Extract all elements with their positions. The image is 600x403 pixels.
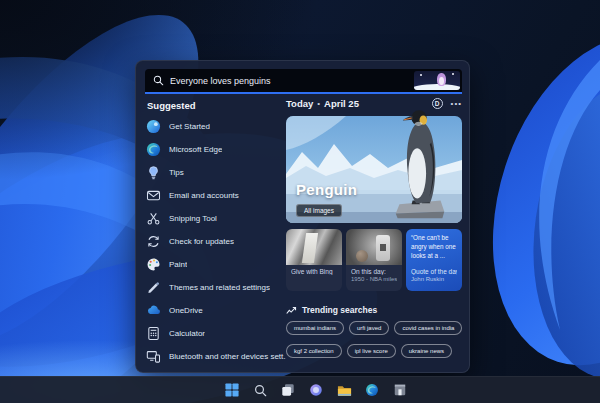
trending-chip[interactable]: covid cases in india (394, 321, 462, 335)
today-date: April 25 (324, 98, 359, 109)
edge-icon (146, 142, 161, 157)
trending-chip[interactable]: ukraine news (401, 344, 452, 358)
on-this-day-image (346, 229, 402, 265)
get-started-icon (146, 119, 161, 134)
suggested-item-get-started[interactable]: Get Started (146, 115, 286, 138)
trending-chip[interactable]: mumbai indians (286, 321, 344, 335)
suggested-item-bluetooth-devices[interactable]: Bluetooth and other devices sett... (146, 345, 286, 368)
suggested-item-tips[interactable]: Tips (146, 161, 286, 184)
hero-title: Penguin (296, 181, 357, 198)
task-view-icon[interactable] (280, 382, 297, 399)
store-icon[interactable] (392, 382, 409, 399)
suggested-item-email-accounts[interactable]: Email and accounts (146, 184, 286, 207)
suggested-item-onedrive[interactable]: OneDrive (146, 299, 286, 322)
card-title: Quote of the day: (411, 268, 457, 275)
paint-palette-icon (146, 257, 161, 272)
trending-title: Trending searches (302, 305, 377, 315)
card-title: On this day: (351, 268, 397, 275)
trending-chip[interactable]: ipl live score (347, 344, 396, 358)
suggested-list: Get Started Microsoft Edge Tips Email an… (146, 115, 286, 368)
suggested-item-label: Microsoft Edge (169, 145, 222, 154)
dot-separator: • (317, 99, 320, 108)
taskbar-search-icon[interactable] (252, 382, 269, 399)
suggested-item-label: Check for updates (169, 237, 234, 246)
suggested-item-label: Bluetooth and other devices sett... (169, 352, 286, 361)
today-label[interactable]: Today (286, 98, 313, 109)
suggested-item-label: Snipping Tool (169, 214, 217, 223)
onedrive-cloud-icon (146, 303, 161, 318)
windows11-desktop: Suggested Get Started Microsoft Edge Tip… (0, 0, 600, 403)
trending-chip[interactable]: kgf 2 collection (286, 344, 342, 358)
hero-card-penguin[interactable]: Penguin All images (286, 116, 462, 223)
search-box[interactable] (145, 69, 462, 94)
search-icon (153, 75, 164, 86)
all-images-button[interactable]: All images (296, 204, 342, 217)
quote-text: “One can't be angry when one looks at a … (411, 233, 457, 260)
card-subtitle: 1950 - NBA miles... (351, 276, 397, 282)
card-subtitle: John Ruskin (411, 276, 457, 282)
calculator-icon (146, 326, 161, 341)
suggested-item-label: Email and accounts (169, 191, 239, 200)
trending-chip-row-2: kgf 2 collection ipl live score ukraine … (286, 344, 452, 358)
trending-header: Trending searches (286, 305, 377, 315)
suggested-item-paint[interactable]: Paint (146, 253, 286, 276)
suggested-item-check-updates[interactable]: Check for updates (146, 230, 286, 253)
card-on-this-day[interactable]: On this day: 1950 - NBA miles... (346, 229, 402, 291)
penguin-image (392, 103, 448, 225)
suggested-item-label: Tips (169, 168, 184, 177)
give-with-bing-image (286, 229, 342, 265)
trending-chip[interactable]: urfi javed (349, 321, 389, 335)
suggested-item-label: Get Started (169, 122, 210, 131)
taskbar-edge-icon[interactable] (364, 382, 381, 399)
start-button[interactable] (224, 382, 241, 399)
file-explorer-icon[interactable] (336, 382, 353, 399)
card-caption: Give with Bing (291, 268, 337, 275)
suggested-item-themes[interactable]: Themes and related settings (146, 276, 286, 299)
taskbar (0, 376, 600, 403)
more-options-icon[interactable]: ••• (451, 100, 462, 108)
quote-text-area: “One can't be angry when one looks at a … (406, 229, 462, 265)
card-give-with-bing[interactable]: Give with Bing (286, 229, 342, 291)
card-quote-of-day[interactable]: “One can't be angry when one looks at a … (406, 229, 462, 291)
trending-icon (286, 306, 297, 315)
snipping-scissors-icon (146, 211, 161, 226)
trending-chip-row-1: mumbai indians urfi javed covid cases in… (286, 321, 462, 335)
suggested-item-label: Themes and related settings (169, 283, 270, 292)
suggested-item-label: Calculator (169, 329, 205, 338)
widgets-icon[interactable] (308, 382, 325, 399)
themes-pencil-icon (146, 280, 161, 295)
tips-bulb-icon (146, 165, 161, 180)
update-sync-icon (146, 234, 161, 249)
penguin-illustration (414, 71, 460, 90)
suggested-item-calculator[interactable]: Calculator (146, 322, 286, 345)
suggested-item-microsoft-edge[interactable]: Microsoft Edge (146, 138, 286, 161)
suggested-item-label: Paint (169, 260, 187, 269)
email-icon (146, 188, 161, 203)
devices-icon (146, 349, 161, 364)
search-flyout-panel: Suggested Get Started Microsoft Edge Tip… (135, 60, 470, 373)
suggested-heading: Suggested (147, 100, 196, 111)
suggested-item-label: OneDrive (169, 306, 203, 315)
suggested-item-snipping-tool[interactable]: Snipping Tool (146, 207, 286, 230)
